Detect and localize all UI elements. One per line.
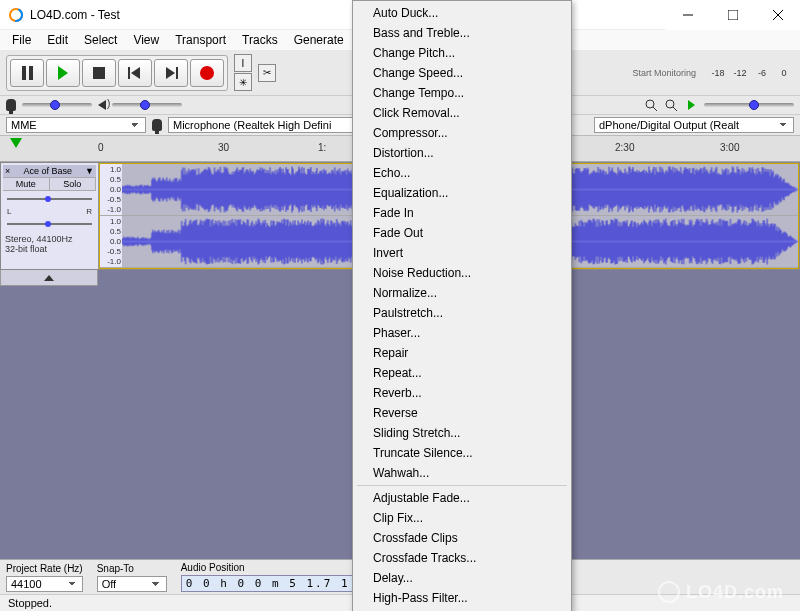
menu-view[interactable]: View (125, 31, 167, 49)
pause-button[interactable] (10, 59, 44, 87)
record-volume-slider[interactable] (22, 103, 92, 107)
menu-generate[interactable]: Generate (286, 31, 352, 49)
svg-rect-3 (728, 10, 738, 20)
menu-select[interactable]: Select (76, 31, 125, 49)
selection-tool-icon[interactable]: I (234, 54, 252, 72)
start-monitoring-label[interactable]: Start Monitoring (628, 66, 700, 80)
svg-rect-6 (128, 67, 130, 79)
playback-speed-slider[interactable] (704, 103, 794, 107)
effect-item[interactable]: Adjustable Fade... (353, 488, 571, 508)
app-window: LO4D.com - Test FileEditSelectViewTransp… (0, 0, 800, 611)
track-collapse-button[interactable] (0, 270, 98, 286)
effect-item[interactable]: Auto Duck... (353, 3, 571, 23)
effect-item[interactable]: Reverb... (353, 383, 571, 403)
effect-item[interactable]: Reverse (353, 403, 571, 423)
effect-item[interactable]: Distortion... (353, 143, 571, 163)
effect-item[interactable]: Invert (353, 243, 571, 263)
project-rate-select[interactable]: 44100 (6, 576, 83, 592)
zoom-tool-icon[interactable]: ✳ (234, 73, 252, 91)
effect-item[interactable]: Click Removal... (353, 103, 571, 123)
pan-slider[interactable] (7, 219, 92, 229)
output-device-select[interactable]: dPhone/Digital Output (Realt (594, 117, 794, 133)
effect-item[interactable]: Change Pitch... (353, 43, 571, 63)
effect-item[interactable]: Compressor... (353, 123, 571, 143)
watermark: LO4D.com (658, 581, 784, 603)
effect-item[interactable]: Sliding Stretch... (353, 423, 571, 443)
zoom-in-icon[interactable] (664, 98, 678, 112)
minimize-button[interactable] (665, 0, 710, 30)
effect-item[interactable]: Change Tempo... (353, 83, 571, 103)
effect-item[interactable]: Paulstretch... (353, 303, 571, 323)
playback-volume-slider[interactable] (112, 103, 182, 107)
record-meter-db: -18-12-60 (708, 68, 794, 78)
snap-to-label: Snap-To (97, 563, 167, 574)
effect-item[interactable]: Repeat... (353, 363, 571, 383)
effect-item[interactable]: Echo... (353, 163, 571, 183)
effect-item[interactable]: Wahwah... (353, 463, 571, 483)
mic-icon-2 (152, 119, 162, 131)
effect-item[interactable]: Delay... (353, 568, 571, 588)
transport-controls (6, 55, 228, 91)
effect-item[interactable]: Clip Fix... (353, 508, 571, 528)
svg-point-10 (646, 100, 654, 108)
record-button[interactable] (190, 59, 224, 87)
svg-line-11 (653, 107, 657, 111)
effect-item[interactable]: Crossfade Clips (353, 528, 571, 548)
skip-start-button[interactable] (118, 59, 152, 87)
mute-button[interactable]: Mute (3, 178, 50, 190)
app-icon (8, 7, 24, 23)
play-button[interactable] (46, 59, 80, 87)
amplitude-scale-right: 1.00.50.0-0.5-1.0 (100, 216, 122, 267)
cut-tool-icon[interactable]: ✂ (258, 64, 276, 82)
svg-marker-8 (166, 67, 175, 79)
svg-rect-9 (176, 67, 178, 79)
effect-item[interactable]: Equalization... (353, 183, 571, 203)
host-select[interactable]: MME (6, 117, 146, 133)
menu-edit[interactable]: Edit (39, 31, 76, 49)
maximize-button[interactable] (710, 0, 755, 30)
svg-line-13 (673, 107, 677, 111)
gain-slider[interactable] (7, 194, 92, 204)
zoom-out-icon[interactable] (644, 98, 658, 112)
track-name-dropdown[interactable]: × Ace of Base▼ (3, 165, 96, 177)
track-format-label: Stereo, 44100Hz32-bit float (3, 232, 96, 256)
watermark-icon (658, 581, 680, 603)
edit-tool-grid: ✂ (258, 64, 276, 82)
playhead-marker-icon[interactable] (10, 138, 22, 148)
effect-item[interactable]: Phaser... (353, 323, 571, 343)
effect-item[interactable]: Crossfade Tracks... (353, 548, 571, 568)
effect-item[interactable]: Fade In (353, 203, 571, 223)
effect-item[interactable]: Truncate Silence... (353, 443, 571, 463)
effect-item[interactable]: Change Speed... (353, 63, 571, 83)
svg-point-12 (666, 100, 674, 108)
effect-menu-dropdown: Auto Duck...Bass and Treble...Change Pit… (352, 0, 572, 611)
window-buttons (665, 0, 800, 30)
effect-item[interactable]: Fade Out (353, 223, 571, 243)
effect-item[interactable]: High-Pass Filter... (353, 588, 571, 608)
menu-tracks[interactable]: Tracks (234, 31, 286, 49)
skip-end-button[interactable] (154, 59, 188, 87)
effect-item[interactable]: Bass and Treble... (353, 23, 571, 43)
project-rate-label: Project Rate (Hz) (6, 563, 83, 574)
effect-item[interactable]: Noise Reduction... (353, 263, 571, 283)
menu-file[interactable]: File (4, 31, 39, 49)
effect-item[interactable]: Repair (353, 343, 571, 363)
menu-transport[interactable]: Transport (167, 31, 234, 49)
track-panel: × Ace of Base▼ Mute Solo LR Stereo, 4410… (1, 163, 99, 269)
tool-grid: I ✳ (234, 54, 252, 91)
stop-button[interactable] (82, 59, 116, 87)
play-at-speed-button[interactable] (684, 98, 698, 112)
solo-button[interactable]: Solo (50, 178, 97, 190)
effect-item[interactable]: Normalize... (353, 283, 571, 303)
amplitude-scale-left: 1.00.50.0-0.5-1.0 (100, 164, 122, 215)
svg-marker-7 (131, 67, 140, 79)
close-button[interactable] (755, 0, 800, 30)
speaker-icon (98, 100, 106, 110)
snap-to-select[interactable]: Off (97, 576, 167, 592)
mic-icon (6, 99, 16, 111)
